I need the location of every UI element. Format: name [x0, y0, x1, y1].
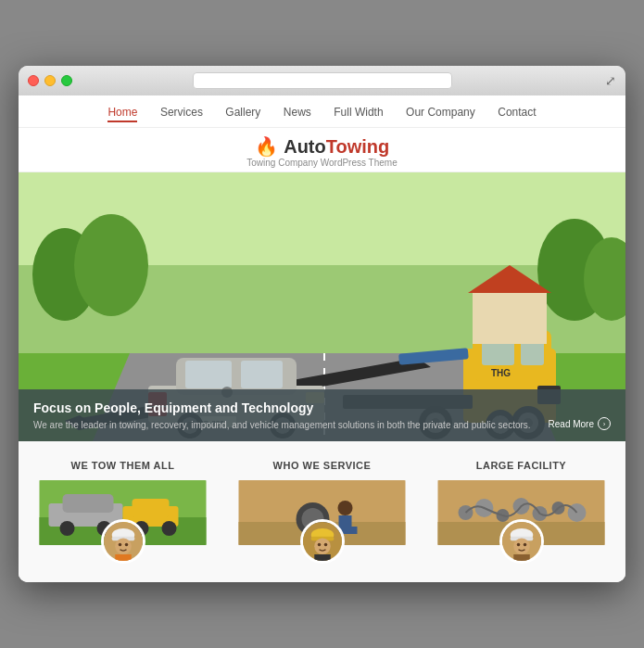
read-more-text: Read More	[549, 419, 594, 429]
svg-point-62	[118, 543, 121, 547]
three-columns: WE TOW THEM ALL	[19, 441, 625, 582]
svg-rect-94	[513, 554, 530, 561]
svg-text:THG: THG	[491, 368, 511, 378]
browser-window: ⤢ Home Services Gallery News Full Width …	[19, 66, 625, 582]
svg-rect-64	[115, 554, 132, 561]
svg-point-61	[115, 539, 132, 555]
svg-rect-46	[473, 293, 547, 344]
col3-images	[426, 480, 616, 564]
navbar: Home Services Gallery News Full Width Ou…	[19, 95, 625, 128]
svg-point-93	[523, 543, 526, 547]
hero-description: We are the leader in towing, recovery, i…	[33, 419, 611, 432]
svg-point-52	[60, 521, 75, 536]
read-more-icon: ›	[598, 417, 611, 430]
address-bar[interactable]	[193, 72, 452, 89]
fullscreen-icon[interactable]: ⤢	[605, 73, 616, 88]
maximize-button[interactable]	[61, 75, 72, 86]
logo-area: 🔥 AutoTowing Towing Company WordPress Th…	[19, 128, 625, 172]
svg-point-77	[323, 543, 327, 547]
hero-caption: Focus on People, Equipment and Technolog…	[19, 389, 625, 441]
col2-portrait	[300, 519, 345, 564]
close-button[interactable]	[28, 75, 39, 86]
col1-title: WE TOW THEM ALL	[28, 460, 218, 471]
logo-text: AutoTowing	[284, 136, 389, 157]
minimize-button[interactable]	[44, 75, 56, 86]
svg-rect-78	[314, 554, 331, 561]
svg-rect-51	[63, 494, 114, 513]
hero-title: Focus on People, Equipment and Technolog…	[33, 400, 611, 415]
logo[interactable]: 🔥 AutoTowing Towing Company WordPress Th…	[19, 135, 625, 168]
col-tow-them-all: WE TOW THEM ALL	[28, 460, 218, 564]
col1-portrait	[101, 519, 145, 564]
svg-rect-13	[185, 361, 232, 388]
nav-services[interactable]: Services	[160, 106, 203, 119]
col2-images	[227, 480, 417, 564]
nav-our-company[interactable]: Our Company	[406, 106, 475, 119]
logo-subtitle: Towing Company WordPress Theme	[19, 158, 625, 168]
svg-point-3	[74, 214, 148, 316]
svg-point-63	[124, 543, 128, 547]
site-content: Home Services Gallery News Full Width Ou…	[19, 95, 625, 582]
nav-home[interactable]: Home	[107, 106, 137, 122]
traffic-lights	[28, 75, 72, 86]
col1-images	[28, 480, 218, 564]
read-more-link[interactable]: Read More ›	[549, 417, 611, 430]
title-bar: ⤢	[19, 66, 625, 95]
nav-news[interactable]: News	[284, 106, 311, 119]
svg-rect-55	[133, 499, 170, 517]
svg-point-92	[516, 543, 520, 547]
svg-point-69	[338, 501, 353, 515]
col3-portrait	[499, 519, 544, 564]
nav-full-width[interactable]: Full Width	[334, 106, 383, 119]
svg-point-91	[513, 539, 530, 555]
col3-title: LARGE FACILITY	[426, 460, 616, 471]
nav-contact[interactable]: Contact	[498, 106, 536, 119]
logo-icon: 🔥	[255, 136, 278, 157]
svg-point-76	[317, 543, 321, 547]
svg-point-75	[314, 539, 331, 555]
nav-gallery[interactable]: Gallery	[225, 106, 260, 119]
col-who-we-service: WHO WE SERVICE	[227, 460, 417, 564]
col2-title: WHO WE SERVICE	[227, 460, 417, 471]
svg-rect-14	[241, 361, 283, 388]
svg-point-57	[162, 521, 177, 536]
col-large-facility: LARGE FACILITY	[426, 460, 616, 564]
hero-section: IQ•236	[19, 172, 625, 441]
